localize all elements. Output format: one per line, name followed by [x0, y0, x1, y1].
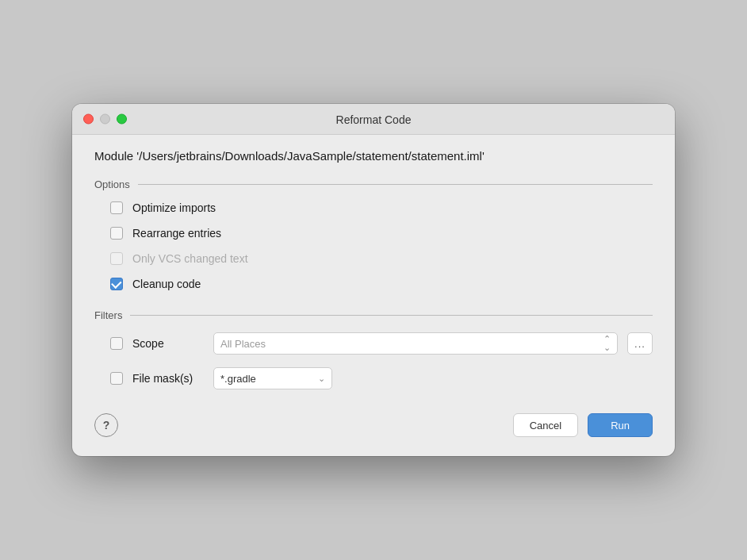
close-button[interactable] [83, 114, 94, 125]
rearrange-entries-checkbox[interactable] [110, 227, 123, 240]
scope-label: Scope [132, 337, 204, 350]
traffic-lights [83, 114, 127, 125]
option-cleanup-code: Cleanup code [110, 278, 653, 290]
dialog-title: Reformat Code [336, 113, 412, 126]
options-divider [138, 184, 653, 185]
dialog-footer: ? Cancel Run [94, 407, 653, 437]
scope-ellipsis-button[interactable]: ... [627, 332, 653, 355]
reformat-code-dialog: Reformat Code Module '/Users/jetbrains/D… [72, 104, 675, 456]
cancel-button[interactable]: Cancel [513, 413, 578, 437]
options-label: Options [94, 178, 130, 190]
options-list: Optimize imports Rearrange entries Only … [94, 201, 653, 290]
filters-section-header: Filters [94, 309, 653, 321]
filemask-label: File mask(s) [132, 372, 204, 385]
filters-list: Scope All Places ⌃⌄ ... File mask(s) *.g… [94, 332, 653, 389]
rearrange-entries-label: Rearrange entries [132, 227, 221, 240]
only-vcs-label: Only VCS changed text [132, 252, 248, 265]
options-section-header: Options [94, 178, 653, 190]
title-bar: Reformat Code [72, 104, 675, 135]
run-button[interactable]: Run [588, 413, 653, 437]
filemask-checkbox[interactable] [110, 372, 123, 385]
help-button[interactable]: ? [94, 413, 118, 437]
filemask-dropdown-value: *.gradle [220, 373, 256, 385]
option-optimize-imports: Optimize imports [110, 201, 653, 214]
optimize-imports-label: Optimize imports [132, 201, 216, 214]
minimize-button[interactable] [100, 114, 110, 125]
cleanup-code-checkbox[interactable] [110, 278, 123, 290]
filter-filemask-row: File mask(s) *.gradle ⌄ [110, 367, 653, 389]
scope-checkbox[interactable] [110, 337, 123, 350]
scope-dropdown-value: All Places [220, 338, 266, 350]
ellipsis-label: ... [634, 338, 645, 350]
filters-section: Filters Scope All Places ⌃⌄ ... [94, 309, 653, 389]
scope-dropdown[interactable]: All Places ⌃⌄ [213, 332, 618, 355]
filemask-dropdown[interactable]: *.gradle ⌄ [213, 367, 332, 389]
option-only-vcs: Only VCS changed text [110, 252, 653, 265]
only-vcs-checkbox[interactable] [110, 252, 123, 265]
dialog-content: Module '/Users/jetbrains/Downloads/JavaS… [72, 135, 675, 456]
footer-buttons: Cancel Run [513, 413, 653, 437]
filter-scope-row: Scope All Places ⌃⌄ ... [110, 332, 653, 355]
filters-label: Filters [94, 309, 122, 321]
maximize-button[interactable] [117, 114, 127, 125]
module-path: Module '/Users/jetbrains/Downloads/JavaS… [94, 149, 653, 163]
filemask-dropdown-arrow-icon: ⌄ [318, 374, 325, 384]
cleanup-code-label: Cleanup code [132, 278, 201, 290]
optimize-imports-checkbox[interactable] [110, 201, 123, 214]
option-rearrange-entries: Rearrange entries [110, 227, 653, 240]
scope-dropdown-arrows-icon: ⌃⌄ [603, 335, 611, 352]
filters-divider [130, 315, 653, 316]
